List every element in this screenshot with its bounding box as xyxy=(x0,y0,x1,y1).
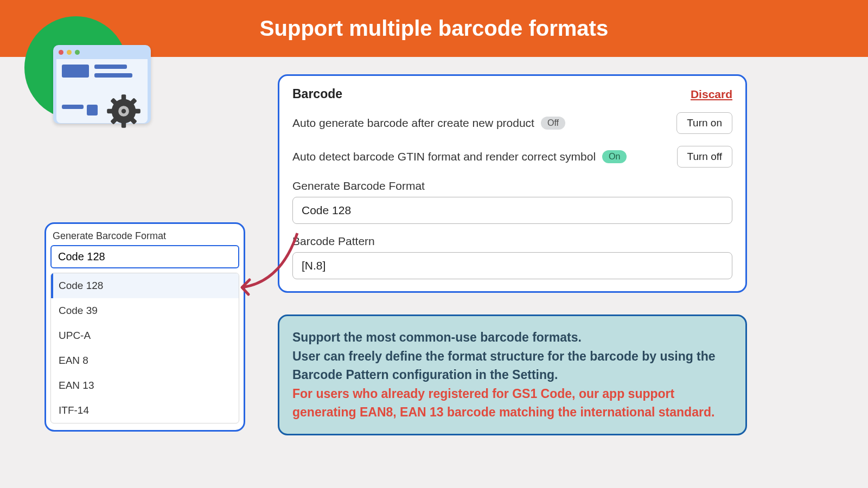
logo xyxy=(22,14,130,122)
status-badge-on: On xyxy=(602,150,627,163)
dropdown-option[interactable]: UPC-A xyxy=(51,323,239,348)
dropdown-option[interactable]: EAN 8 xyxy=(51,348,239,373)
setting-auto-generate: Auto generate barcode after create new p… xyxy=(292,112,732,134)
pattern-label: Barcode Pattern xyxy=(292,235,732,248)
turn-on-button[interactable]: Turn on xyxy=(676,112,732,134)
panel-title: Barcode xyxy=(292,87,342,101)
format-input[interactable] xyxy=(292,197,732,224)
svg-rect-3 xyxy=(107,109,114,113)
discard-link[interactable]: Discard xyxy=(691,88,732,101)
svg-rect-1 xyxy=(122,94,126,101)
barcode-settings-panel: Barcode Discard Auto generate barcode af… xyxy=(278,74,747,293)
dropdown-label: Generate Barcode Format xyxy=(50,229,239,245)
setting-label: Auto detect barcode GTIN format and rend… xyxy=(292,150,596,163)
page-title: Support multiple barcode formats xyxy=(260,16,608,41)
dropdown-option[interactable]: ITF-14 xyxy=(51,398,239,423)
dropdown-option[interactable]: EAN 13 xyxy=(51,373,239,398)
arrow-icon xyxy=(232,228,308,298)
setting-auto-detect: Auto detect barcode GTIN format and rend… xyxy=(292,146,732,168)
info-text: User can freely define the format struct… xyxy=(292,347,732,384)
setting-label: Auto generate barcode after create new p… xyxy=(292,117,534,130)
format-label: Generate Barcode Format xyxy=(292,179,732,192)
turn-off-button[interactable]: Turn off xyxy=(677,146,732,168)
svg-rect-2 xyxy=(122,121,126,128)
dropdown-option[interactable]: Code 39 xyxy=(51,298,239,323)
info-box: Support the most common-use barcode form… xyxy=(278,314,747,435)
info-text: Support the most common-use barcode form… xyxy=(292,328,732,347)
status-badge-off: Off xyxy=(541,117,565,130)
gear-icon xyxy=(105,92,143,130)
info-text-highlight: For users who already registered for GS1… xyxy=(292,384,732,422)
svg-point-10 xyxy=(122,109,126,113)
pattern-input[interactable] xyxy=(292,252,732,279)
format-dropdown-panel: Generate Barcode Format Code 128 Code 12… xyxy=(44,222,245,432)
svg-rect-4 xyxy=(133,109,141,113)
dropdown-option[interactable]: Code 128 xyxy=(51,273,239,298)
dropdown-selected[interactable]: Code 128 xyxy=(50,245,239,268)
dropdown-options: Code 128 Code 39 UPC-A EAN 8 EAN 13 ITF-… xyxy=(50,273,239,423)
